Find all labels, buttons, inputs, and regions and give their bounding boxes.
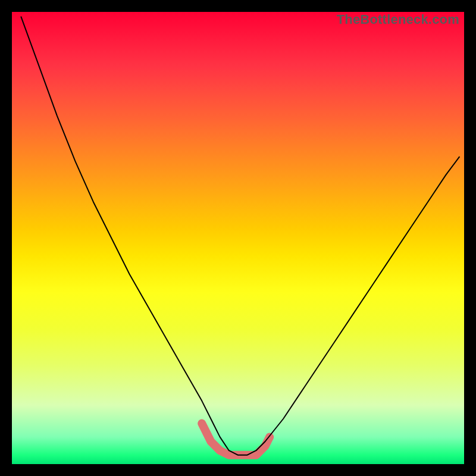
chart-frame: TheBottleneck.com [0, 0, 476, 476]
curve-overlay [12, 12, 464, 464]
optimal-zone-highlight [202, 424, 270, 455]
plot-area: TheBottleneck.com [12, 12, 464, 464]
bottleneck-curve [21, 17, 459, 455]
